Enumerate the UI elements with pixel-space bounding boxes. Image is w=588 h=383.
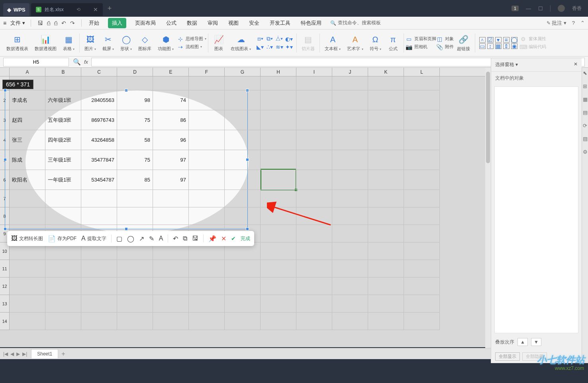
form-button-icon[interactable]: ◯ [511,37,517,43]
equation-button[interactable]: π公式 [384,34,402,52]
cell[interactable]: 43264858 [81,130,117,150]
pen-tool-icon[interactable]: ✎ [149,235,154,242]
extract-text-button[interactable]: A提取文字 [81,235,106,242]
cells-grid[interactable]: 李成名 六年级1班 28405563 98 74 赵四 五年级3班 869767… [10,76,440,330]
table-button[interactable]: ▦表格 ▾ [60,34,78,52]
tab-special[interactable]: 特色应用 [299,18,323,28]
cell[interactable]: 86 [153,110,189,130]
properties-icon[interactable]: ⊞ [583,83,587,89]
tab-start[interactable]: 开始 [87,18,101,28]
cell[interactable]: 58 [117,130,153,150]
user-name[interactable]: 香香 [572,5,582,12]
save-icon[interactable]: 🖫 [37,20,43,26]
tab-data[interactable]: 数据 [185,18,199,28]
cell[interactable]: 李成名 [10,90,45,110]
form-checkbox-icon[interactable]: ☑ [487,37,494,43]
zoom-fx-icon[interactable]: 🔍 [73,58,81,66]
fx-icon[interactable]: fx [84,59,88,65]
combo-chart-icon[interactable]: ⧊▾ [276,35,283,43]
form-radio-icon[interactable]: ◉ [511,43,517,49]
cell[interactable]: 86976743 [81,110,117,130]
cell[interactable]: 75 [117,110,153,130]
cell[interactable]: 97 [153,170,189,190]
move-down-button[interactable]: ▼ [531,338,541,346]
panel-close-icon[interactable]: ✕ [574,61,578,68]
mindmap-button[interactable]: ⊹思维导图 ▾ [177,35,206,43]
command-search[interactable]: 🔍 查找命令、搜索模板 [330,20,381,26]
long-screenshot-button[interactable]: 🖼文档转长图 [11,235,43,242]
save-pdf-button[interactable]: 📄存为PDF [48,235,76,242]
shapes-button[interactable]: ◯形状 ▾ [117,34,135,52]
row-header[interactable]: 14 [0,313,10,330]
scrollbar-thumb[interactable] [486,72,490,163]
form-group-icon[interactable]: ▭ [479,43,486,49]
scatter-chart-icon[interactable]: ∴▾ [266,43,273,51]
chart-button[interactable]: 📈图表 [210,34,227,52]
sheet-tab[interactable]: Sheet1 [31,349,58,358]
col-header[interactable]: K [368,68,404,76]
cell[interactable]: 一年级1班 [45,170,81,190]
tab-page-layout[interactable]: 页面布局 [133,18,157,28]
cell[interactable]: 85 [117,170,153,190]
pie-chart-icon[interactable]: ◐▾ [285,35,292,43]
vertical-scrollbar[interactable] [485,68,491,348]
document-tab[interactable]: S 姓名.xlsx ⟲ ✕ [31,3,103,16]
print-preview-icon[interactable]: ⎙ [54,20,57,26]
tab-close-icon[interactable]: ✕ [93,6,98,13]
save-tool-icon[interactable]: 🖫 [192,235,198,242]
area-chart-icon[interactable]: ◣▾ [257,43,264,51]
col-header[interactable]: G [225,68,261,76]
cell[interactable]: 陈成 [10,150,45,170]
icons-button[interactable]: ◇图标库 [135,34,155,52]
line-chart-icon[interactable]: ⧉▾ [266,35,273,43]
cell[interactable]: 74 [153,90,189,110]
user-avatar-icon[interactable] [558,5,565,12]
select-all-corner[interactable] [0,68,10,76]
object-button[interactable]: ◫对象 [436,35,454,43]
tab-formula[interactable]: 公式 [165,18,178,28]
row-header[interactable]: 11 [0,260,10,277]
header-footer-button[interactable]: ▭页眉和页脚 [406,35,436,43]
done-button[interactable]: 完成 [241,235,250,242]
cell[interactable]: 欧阳名 [10,170,45,190]
confirm-icon[interactable]: ✔ [231,235,236,242]
settings-icon[interactable]: ⚙ [583,149,588,155]
wps-home-tab[interactable]: ◈ WPS [3,3,29,16]
col-header[interactable]: L [404,68,440,76]
add-sheet-button[interactable]: + [61,350,65,358]
move-up-button[interactable]: ▲ [517,338,528,346]
pivot-chart-button[interactable]: 📊数据透视图 [31,34,60,52]
cell[interactable]: 53454787 [81,170,117,190]
cell[interactable]: 35477847 [81,150,117,170]
last-sheet-icon[interactable]: ▶| [22,351,27,357]
hamburger-icon[interactable]: ≡ [3,20,6,26]
tab-devtools[interactable]: 开发工具 [268,18,292,28]
row-header[interactable]: 13 [0,295,10,313]
radar-chart-icon[interactable]: ✦▾ [285,43,292,51]
name-box[interactable]: H5 [3,58,69,66]
cell[interactable]: 五年级3班 [45,110,81,130]
smart-graphic-button[interactable]: ⬢功能图 ▾ [155,34,177,52]
stock-chart-icon[interactable]: ≋▾ [276,43,283,51]
resize-handle[interactable] [4,158,7,161]
bar-chart-icon[interactable]: ⧈▾ [257,35,264,43]
first-sheet-icon[interactable]: |◀ [3,351,8,357]
col-header[interactable]: E [153,68,189,76]
col-header[interactable]: A [10,68,45,76]
camera-button[interactable]: 📷照相机 [406,43,436,51]
objects-list[interactable] [494,86,578,333]
tab-review[interactable]: 审阅 [206,18,220,28]
col-header[interactable]: J [332,68,368,76]
cell[interactable]: 赵四 [10,110,45,130]
resize-handle[interactable] [4,227,7,231]
symbol-button[interactable]: Ω符号 ▾ [367,34,384,52]
col-header[interactable]: H [261,68,296,76]
copy-tool-icon[interactable]: ⧉ [183,235,187,242]
cell[interactable]: 张三 [10,130,45,150]
tab-insert[interactable]: 插入 [108,18,126,28]
row-header[interactable]: 12 [0,277,10,295]
tab-view[interactable]: 视图 [227,18,240,28]
cancel-icon[interactable]: ✕ [221,235,226,242]
cell[interactable]: 97 [153,150,189,170]
help-icon[interactable]: ? [572,20,575,26]
